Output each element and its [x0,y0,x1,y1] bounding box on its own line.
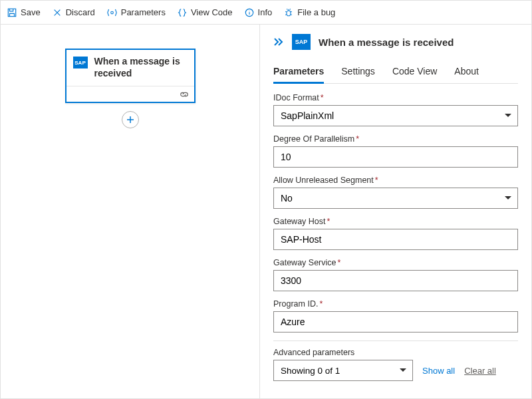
tab-parameters[interactable]: Parameters [273,62,324,84]
parameters-button[interactable]: Parameters [107,7,166,17]
details-panel: SAP When a message is received Parameter… [260,25,531,398]
field-allow-unreleased: Allow Unreleased Segment* No [273,176,518,209]
card-header: SAP When a message is received [66,50,194,86]
field-gateway-host: Gateway Host* [273,217,518,250]
input-gateway-service[interactable] [273,270,518,291]
clear-all-link[interactable]: Clear all [464,366,496,376]
close-icon [53,8,62,17]
label-gateway-host: Gateway Host* [273,217,518,226]
main-area: SAP When a message is received SAP When … [1,25,531,398]
parameters-icon [107,8,117,17]
input-parallelism[interactable] [273,146,518,168]
save-icon [7,8,17,17]
collapse-icon[interactable] [273,38,284,46]
info-button[interactable]: Info [245,7,273,17]
discard-button[interactable]: Discard [53,7,95,17]
svg-point-3 [287,10,291,15]
select-allow-unreleased[interactable]: No [273,188,518,209]
select-advanced[interactable]: Showing 0 of 1 [273,360,413,381]
bug-icon [284,8,293,17]
braces-icon [178,8,187,17]
save-label: Save [21,7,41,17]
label-gateway-service: Gateway Service* [273,258,518,267]
tab-settings[interactable]: Settings [341,62,375,83]
sap-icon: SAP [292,34,311,50]
label-allow-unreleased: Allow Unreleased Segment* [273,176,518,185]
view-code-button[interactable]: View Code [178,7,233,17]
input-gateway-host[interactable] [273,229,518,250]
save-button[interactable]: Save [7,7,41,17]
label-program-id: Program ID.* [273,299,518,309]
panel-title: When a message is received [319,37,454,48]
link-icon[interactable] [180,90,189,98]
info-icon [245,8,254,17]
toolbar: Save Discard Parameters View Code Info F… [1,1,531,25]
field-gateway-service: Gateway Service* [273,258,518,291]
discard-label: Discard [66,7,95,17]
svg-point-1 [110,11,113,14]
view-code-label: View Code [191,7,233,17]
input-program-id[interactable] [273,311,518,332]
tabs: Parameters Settings Code View About [273,62,518,84]
file-bug-label: File a bug [297,7,335,17]
label-parallelism: Degree Of Parallelism* [273,134,518,144]
designer-canvas: SAP When a message is received [1,25,260,398]
add-step-button[interactable] [122,111,139,128]
card-footer [66,86,194,102]
show-all-link[interactable]: Show all [422,366,455,376]
panel-header: SAP When a message is received [273,34,518,50]
trigger-card[interactable]: SAP When a message is received [65,49,196,103]
select-idoc-format[interactable]: SapPlainXml [273,105,518,126]
label-advanced: Advanced parameters [273,348,518,357]
label-idoc-format: IDoc Format* [273,93,518,102]
field-program-id: Program ID.* [273,299,518,332]
parameters-label: Parameters [121,7,166,17]
advanced-parameters: Advanced parameters Showing 0 of 1 Show … [273,340,518,381]
card-title: When a message is received [94,55,188,79]
tab-about[interactable]: About [454,62,479,83]
sap-icon: SAP [73,57,88,68]
tab-code-view[interactable]: Code View [392,62,437,83]
info-label: Info [258,7,273,17]
field-idoc-format: IDoc Format* SapPlainXml [273,93,518,126]
file-bug-button[interactable]: File a bug [284,7,335,17]
field-parallelism: Degree Of Parallelism* [273,134,518,168]
